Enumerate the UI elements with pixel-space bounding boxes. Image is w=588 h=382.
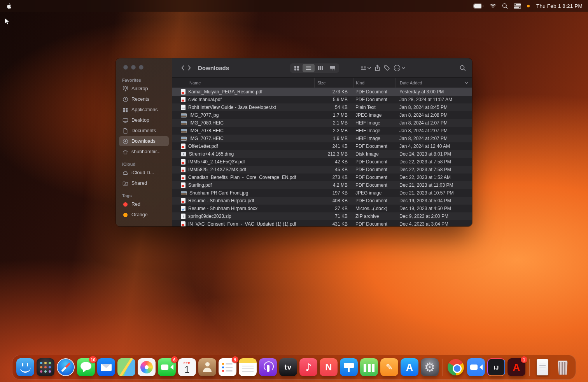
system-settings-dock-icon[interactable] — [421, 358, 439, 376]
finder-main-pane: Downloads — [172, 58, 472, 226]
menu-bar-clock[interactable]: Thu Feb 1 8:21 PM — [536, 3, 583, 9]
chrome-dock-icon[interactable] — [447, 358, 465, 376]
forward-button[interactable] — [188, 65, 191, 71]
file-row[interactable]: Resume - Shubham Hirpara.docx37 KBMicros… — [172, 205, 472, 212]
group-button[interactable] — [360, 65, 371, 70]
sidebar-item-tag-red[interactable]: Red — [119, 199, 169, 209]
mail-dock-icon[interactable] — [97, 358, 115, 376]
acrobat-dock-icon[interactable]: 1 — [508, 358, 525, 376]
maps-dock-icon[interactable] — [117, 358, 135, 376]
file-row[interactable]: Sterling.pdf4.2 MBPDF DocumentDec 21, 20… — [172, 181, 472, 189]
column-header-name[interactable]: Name — [172, 78, 314, 88]
sidebar-item-shared[interactable]: Shared — [119, 178, 169, 188]
reminders-dock-icon[interactable]: 9 — [219, 358, 236, 376]
file-row[interactable]: Resume - Shubham Hirpara.pdf408 KBPDF Do… — [172, 197, 472, 205]
numbers-dock-icon[interactable] — [360, 358, 378, 376]
share-button[interactable] — [374, 65, 380, 71]
list-view-button[interactable] — [303, 64, 315, 72]
file-row[interactable]: Stremio+4.4.165.dmg212.3 MBDisk ImageDec… — [172, 150, 472, 158]
photos-dock-icon[interactable] — [138, 358, 156, 376]
file-row[interactable]: Shubham PR Card Front.jpg197 KBJPEG imag… — [172, 189, 472, 197]
file-row[interactable]: OfferLetter.pdf241 KBPDF DocumentJan 4, … — [172, 142, 472, 150]
file-row[interactable]: spring09dec2023.zip71 KBZIP archiveDec 9… — [172, 212, 472, 220]
sidebar-item-label: Orange — [131, 212, 148, 217]
icon-view-button[interactable] — [290, 64, 303, 72]
dmg-file-icon — [181, 152, 186, 156]
file-row[interactable]: IMM5825_2-14XZS7MX.pdf45 KBPDF DocumentD… — [172, 166, 472, 173]
column-header-kind[interactable]: Kind — [353, 78, 396, 88]
sidebar-item-downloads[interactable]: Downloads — [119, 136, 169, 146]
sidebar-item-tag-orange[interactable]: Orange — [119, 210, 169, 220]
finder-dock-icon[interactable] — [16, 358, 34, 376]
dock-separator — [529, 359, 530, 376]
news-dock-icon[interactable] — [320, 358, 338, 376]
airdrop-icon — [122, 86, 129, 92]
launchpad-dock-icon[interactable] — [37, 358, 54, 376]
minimize-button[interactable] — [131, 65, 136, 70]
file-size: 54 KB — [314, 105, 353, 110]
column-header-size[interactable]: Size — [314, 78, 353, 88]
more-actions-button[interactable] — [394, 65, 405, 72]
podcasts-dock-icon[interactable] — [259, 358, 277, 376]
tv-dock-icon[interactable] — [279, 358, 297, 376]
sidebar-item-home[interactable]: shubhamhir... — [119, 147, 169, 157]
close-button[interactable] — [123, 65, 128, 70]
sidebar-item-documents[interactable]: Documents — [119, 126, 169, 136]
view-mode-switcher — [290, 63, 339, 73]
sidebar-item-icloud-drive[interactable]: iCloud D... — [119, 168, 169, 178]
music-dock-icon[interactable] — [299, 358, 317, 376]
downloads-stack-dock-icon[interactable] — [534, 358, 551, 376]
sidebar-item-applications[interactable]: Applications — [119, 105, 169, 115]
pdf-file-icon — [181, 97, 186, 102]
gallery-view-button[interactable] — [327, 64, 339, 72]
contacts-dock-icon[interactable] — [198, 358, 216, 376]
search-button[interactable] — [460, 65, 466, 71]
sidebar-item-airdrop[interactable]: AirDrop — [119, 84, 169, 94]
sidebar-item-desktop[interactable]: Desktop — [119, 115, 169, 125]
keynote-dock-icon[interactable] — [340, 358, 358, 376]
safari-dock-icon[interactable] — [57, 358, 75, 376]
file-row[interactable]: Rohit InterView Guide - Java Developer.t… — [172, 103, 472, 111]
sidebar-item-label: Red — [131, 202, 140, 207]
file-date-added: Jan 8, 2024 at 2:07 PM — [396, 128, 472, 133]
file-kind: Disk Image — [353, 151, 396, 157]
file-row[interactable]: Kamal_Mulyan_PEGA_Resume.pdf273 KBPDF Do… — [172, 88, 472, 96]
file-kind: PDF Document — [353, 144, 396, 149]
file-row[interactable]: IMG_7080.HEIC2.1 MBHEIF ImageJan 8, 2024… — [172, 119, 472, 127]
spotlight-icon[interactable] — [502, 3, 508, 9]
document-icon — [122, 128, 129, 134]
zoom-dock-icon[interactable] — [467, 358, 485, 376]
file-kind: HEIF Image — [353, 120, 396, 126]
facetime-dock-icon[interactable]: 6 — [158, 358, 176, 376]
file-row[interactable]: civic manual.pdf5.9 MBPDF DocumentJan 28… — [172, 96, 472, 103]
file-row[interactable]: IN_VAC_Consent_Form_-_VAC_Updated (1) (1… — [172, 220, 472, 226]
pdf-file-icon — [181, 159, 186, 165]
tags-button[interactable] — [384, 65, 390, 71]
file-row[interactable]: Canadian_Benefits_Plan_-_Core_Coverage_E… — [172, 173, 472, 181]
sidebar-item-recents[interactable]: Recents — [119, 94, 169, 104]
notification-badge: 10 — [89, 356, 97, 363]
file-row[interactable]: IMM5740_2-14EF5Q3V.pdf42 KBPDF DocumentD… — [172, 158, 472, 166]
control-center-icon[interactable] — [514, 4, 521, 9]
zoom-button[interactable] — [139, 65, 144, 70]
calendar-dock-icon[interactable]: FEB1 — [178, 358, 196, 376]
pages-dock-icon[interactable] — [380, 358, 398, 376]
intellij-dock-icon[interactable] — [487, 358, 505, 376]
column-view-button[interactable] — [315, 64, 327, 72]
apple-menu[interactable] — [6, 3, 12, 9]
file-row[interactable]: IMG_7077.jpg1.7 MBJPEG imageJan 8, 2024 … — [172, 111, 472, 119]
messages-dock-icon[interactable]: 10 — [77, 358, 95, 376]
notes-dock-icon[interactable] — [239, 358, 257, 376]
file-row[interactable]: IMG_7077.HEIC1.9 MBHEIF ImageJan 8, 2024… — [172, 135, 472, 142]
wifi-icon[interactable] — [490, 4, 496, 8]
image-file-icon — [181, 191, 187, 195]
app-store-dock-icon[interactable] — [401, 358, 418, 376]
back-button[interactable] — [181, 65, 184, 71]
finder-window: FavoritesAirDropRecentsApplicationsDeskt… — [116, 58, 472, 226]
sidebar-section-title: Favorites — [122, 78, 168, 82]
column-header-date-added[interactable]: Date Added — [396, 78, 472, 88]
trash-dock-icon[interactable] — [554, 358, 572, 376]
battery-icon[interactable] — [473, 4, 484, 9]
file-row[interactable]: IMG_7078.HEIC2.2 MBHEIF ImageJan 8, 2024… — [172, 127, 472, 135]
file-kind: PDF Document — [353, 167, 396, 172]
